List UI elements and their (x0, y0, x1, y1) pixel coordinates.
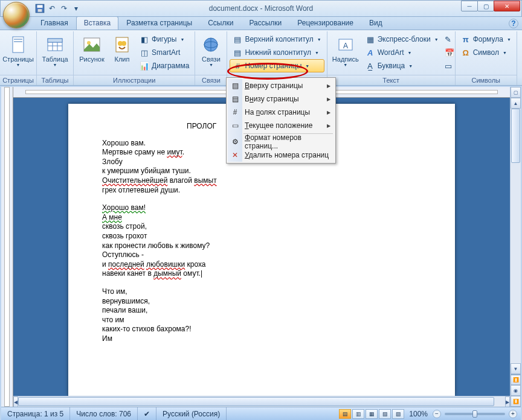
header-button[interactable]: ▤Верхний колонтитул▼ (230, 33, 324, 46)
svg-rect-2 (38, 9, 42, 12)
close-button[interactable]: ✕ (494, 1, 520, 11)
object-icon: ▭ (445, 61, 452, 71)
zoom-thumb[interactable] (472, 410, 477, 418)
vertical-ruler[interactable] (1, 87, 13, 407)
dd-remove[interactable]: ✕Удалить номера страниц (228, 148, 334, 162)
scroll-down[interactable]: ▼ (511, 363, 521, 374)
minimize-button[interactable]: ─ (461, 1, 478, 11)
chart-button[interactable]: 📊Диаграмма (137, 59, 192, 72)
pagenum-icon: # (233, 61, 242, 71)
tab-view[interactable]: Вид (361, 16, 390, 30)
window-title: document.docx - Microsoft Word (209, 4, 314, 13)
current-icon: ▭ (230, 121, 240, 130)
zoom-label[interactable]: 100% (409, 410, 428, 418)
zoom-slider[interactable] (445, 413, 505, 415)
ruler-toggle[interactable]: ▢ (511, 87, 521, 98)
scroll-left[interactable]: ◀ (13, 396, 18, 407)
horizontal-scrollbar[interactable]: ◀ ▶ (13, 396, 510, 407)
equation-button[interactable]: πФормула▼ (458, 33, 514, 46)
maximize-button[interactable]: ▢ (477, 1, 494, 11)
clip-icon (112, 35, 132, 54)
pages-button[interactable]: Страницы▼ (2, 33, 34, 75)
qat-redo[interactable]: ↷ (59, 3, 69, 14)
proof-icon: ✔ (144, 410, 150, 418)
dd-current[interactable]: ▭Текущее положение▶ (228, 119, 334, 132)
textbox-icon: A (336, 35, 355, 54)
status-proof[interactable]: ✔ (138, 407, 156, 420)
signature-button[interactable]: ✎ (443, 33, 453, 46)
scroll-up[interactable]: ▲ (511, 98, 521, 109)
smartart-icon: ◫ (140, 48, 149, 57)
svg-text:A: A (343, 42, 348, 50)
format-icon: ⚙ (230, 137, 240, 147)
footer-icon: ▤ (233, 48, 242, 57)
zoom-in[interactable]: + (509, 410, 517, 418)
dd-top[interactable]: ▤Вверху страницы▶ (228, 79, 334, 92)
svg-point-16 (121, 41, 126, 46)
shapes-button[interactable]: ◧Фигуры▼ (137, 33, 192, 46)
table-icon (45, 35, 65, 54)
quickparts-button[interactable]: ▦Экспресс-блоки▼ (362, 33, 442, 46)
view-draft[interactable]: ▨ (392, 409, 404, 419)
view-outline[interactable]: ▧ (379, 409, 391, 419)
qat-save[interactable] (34, 3, 45, 14)
bottom-icon: ▤ (230, 94, 240, 104)
status-lang[interactable]: Русский (Россия) (156, 407, 227, 420)
clip-button[interactable]: Клип (109, 33, 135, 75)
help-icon[interactable]: ? (509, 19, 518, 28)
wordart-button[interactable]: AWordArt▼ (362, 46, 442, 59)
tab-insert[interactable]: Вставка (76, 16, 119, 30)
qat-more[interactable]: ▾ (71, 3, 82, 14)
tab-references[interactable]: Ссылки (200, 16, 241, 30)
status-page[interactable]: Страница: 1 из 5 (1, 407, 70, 420)
footer-button[interactable]: ▤Нижний колонтитул▼ (230, 46, 324, 59)
page-icon (8, 35, 28, 54)
shapes-icon: ◧ (140, 34, 149, 44)
tab-pagelayout[interactable]: Разметка страницы (118, 16, 200, 30)
textbox-button[interactable]: A Надпись▼ (330, 33, 361, 75)
wordart-icon: A (366, 48, 375, 57)
object-button[interactable]: ▭ (443, 59, 453, 72)
svg-rect-5 (14, 41, 22, 42)
prev-page[interactable]: ⏫ (511, 374, 521, 385)
browse-object[interactable]: ◉ (511, 385, 521, 396)
h-thumb[interactable] (18, 397, 494, 406)
tab-review[interactable]: Рецензирование (289, 16, 361, 30)
scroll-right[interactable]: ▶ (505, 396, 510, 407)
group-tables: Таблица▼ Таблицы (37, 31, 74, 85)
datetime-icon: 📅 (445, 48, 454, 57)
next-page[interactable]: ⏬ (511, 396, 521, 407)
vertical-scrollbar[interactable]: ▢ ▲ ▼ ⏫ ◉ ⏬ (510, 87, 521, 407)
symbol-button[interactable]: ΩСимвол▼ (458, 46, 514, 59)
group-illustrations: Рисунок Клип ◧Фигуры▼ ◫SmartArt 📊Диаграм… (74, 31, 195, 85)
group-pages: Страницы▼ Страницы (0, 31, 37, 85)
v-thumb[interactable] (511, 109, 520, 163)
links-button[interactable]: Связи▼ (198, 33, 224, 75)
group-symbols: πФормула▼ ΩСимвол▼ Символы (456, 31, 517, 85)
smartart-button[interactable]: ◫SmartArt (137, 46, 192, 59)
pagenumber-button[interactable]: #Номер страницы▼ (230, 59, 324, 72)
dd-bottom[interactable]: ▤Внизу страницы▶ (228, 92, 334, 106)
tab-home[interactable]: Главная (33, 16, 76, 30)
datetime-button[interactable]: 📅 (443, 46, 453, 59)
tab-mailings[interactable]: Рассылки (241, 16, 289, 30)
dd-margin[interactable]: #На полях страницы▶ (228, 106, 334, 119)
header-icon: ▤ (233, 34, 242, 44)
table-button[interactable]: Таблица▼ (39, 33, 71, 75)
view-print[interactable]: ▤ (339, 409, 351, 419)
qat-undo[interactable]: ↶ (47, 3, 57, 14)
links-icon (201, 35, 221, 54)
signature-icon: ✎ (445, 34, 451, 44)
office-button[interactable] (3, 2, 30, 28)
status-words[interactable]: Число слов: 706 (70, 407, 138, 420)
view-web[interactable]: ▦ (366, 409, 378, 419)
quick-access-toolbar: ↶ ↷ ▾ (34, 3, 82, 14)
picture-button[interactable]: Рисунок (76, 33, 108, 75)
equation-icon: π (461, 34, 471, 44)
remove-icon: ✕ (230, 150, 240, 160)
group-text: A Надпись▼ ▦Экспресс-блоки▼ AWordArt▼ A̲… (327, 31, 456, 85)
dd-format[interactable]: ⚙Формат номеров страниц... (228, 135, 334, 148)
view-read[interactable]: ▥ (352, 409, 364, 419)
zoom-out[interactable]: − (433, 410, 441, 418)
dropcap-button[interactable]: A̲Буквица▼ (362, 59, 442, 72)
